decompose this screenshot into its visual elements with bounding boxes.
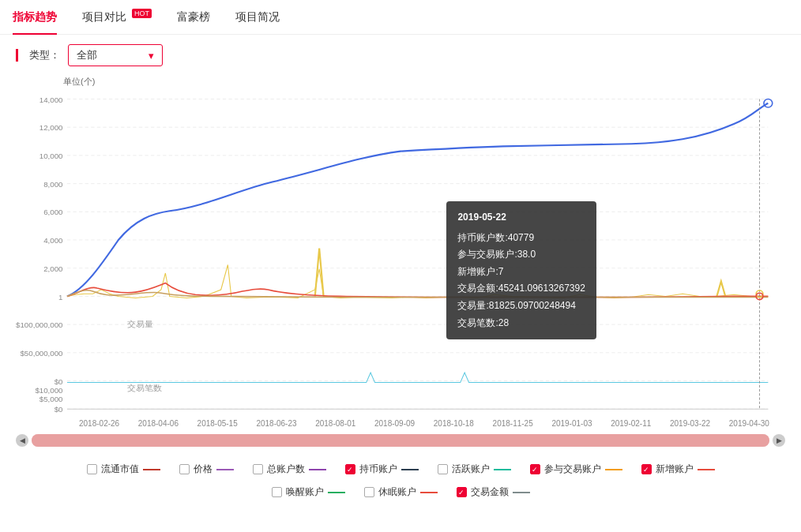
legend-line-tx-amount (513, 492, 530, 493)
chart-scrollbar: ◀ ▶ (0, 428, 801, 453)
legend-label-dormant: 休眠账户 (378, 485, 416, 499)
legend-label-total-accounts: 总账户数 (267, 463, 305, 476)
top-navigation: 指标趋势 项目对比 HOT 富豪榜 项目简况 (0, 0, 801, 35)
legend-item-trading[interactable]: 参与交易账户 (530, 463, 622, 476)
svg-text:14,000: 14,000 (39, 96, 63, 104)
legend-item-new[interactable]: 新增账户 (641, 463, 715, 476)
svg-text:2,000: 2,000 (43, 264, 62, 273)
legend-checkbox-tx-amount[interactable] (457, 487, 467, 497)
svg-text:1: 1 (58, 293, 62, 302)
svg-text:4,000: 4,000 (43, 236, 62, 245)
legend-item-market-cap[interactable]: 流通市值 (87, 463, 160, 476)
legend-checkbox-holding[interactable] (345, 464, 355, 474)
legend-area: 流通市值 价格 总账户数 持币账户 活跃账户 参与交易账户 新增账户 唤醒账户 (0, 453, 801, 508)
legend-line-holding (401, 469, 419, 470)
scroll-right-button[interactable]: ▶ (773, 434, 785, 447)
legend-item-dormant[interactable]: 休眠账户 (364, 485, 438, 499)
chart-area: 单位(个) 14,000 12,000 10,000 8,000 6,000 4… (0, 76, 801, 428)
nav-item-overview[interactable]: 项目简况 (235, 1, 280, 34)
legend-label-market-cap: 流通市值 (101, 463, 139, 476)
nav-item-richlist[interactable]: 富豪榜 (177, 1, 210, 34)
scrollbar-thumb[interactable] (32, 434, 769, 447)
svg-text:$100,000,000: $100,000,000 (16, 320, 62, 329)
legend-line-price (216, 469, 234, 470)
chevron-down-icon: ▾ (149, 50, 154, 62)
legend-label-wakeup: 唤醒账户 (286, 485, 324, 499)
legend-label-price: 价格 (194, 463, 212, 476)
hot-badge: HOT (132, 9, 152, 18)
legend-checkbox-price[interactable] (179, 464, 190, 474)
nav-item-trend[interactable]: 指标趋势 (13, 1, 57, 34)
legend-label-trading: 参与交易账户 (544, 463, 601, 476)
chart-wrapper: 14,000 12,000 10,000 8,000 6,000 4,000 2… (16, 91, 785, 422)
legend-line-active (494, 469, 511, 470)
y-axis-unit-label: 单位(个) (63, 76, 785, 88)
legend-item-holding[interactable]: 持币账户 (345, 463, 419, 476)
legend-line-trading (605, 469, 622, 470)
type-select-value: 全部 (77, 48, 97, 62)
legend-label-holding: 持币账户 (359, 463, 397, 476)
legend-checkbox-market-cap[interactable] (87, 464, 97, 474)
nav-item-compare[interactable]: 项目对比 HOT (82, 0, 152, 34)
filter-label: 类型： (29, 48, 60, 62)
legend-line-market-cap (143, 469, 160, 470)
scroll-left-button[interactable]: ◀ (16, 434, 28, 447)
legend-line-dormant (420, 492, 438, 493)
svg-text:12,000: 12,000 (39, 124, 63, 133)
legend-checkbox-active[interactable] (438, 464, 448, 474)
legend-label-new: 新增账户 (656, 463, 694, 476)
legend-item-active[interactable]: 活跃账户 (438, 463, 511, 476)
type-select-dropdown[interactable]: 全部 ▾ (68, 44, 163, 66)
svg-text:$5,000: $5,000 (39, 395, 63, 403)
legend-checkbox-total-accounts[interactable] (253, 464, 263, 474)
legend-item-price[interactable]: 价格 (179, 463, 234, 476)
legend-item-tx-amount[interactable]: 交易金额 (457, 485, 530, 499)
legend-checkbox-trading[interactable] (530, 464, 540, 474)
svg-point-26 (764, 99, 773, 108)
legend-label-active: 活跃账户 (452, 463, 490, 476)
legend-line-wakeup (328, 492, 345, 493)
svg-text:$50,000,000: $50,000,000 (20, 349, 62, 358)
svg-text:$0: $0 (55, 377, 63, 386)
svg-text:10,000: 10,000 (39, 152, 63, 160)
svg-text:8,000: 8,000 (43, 180, 62, 189)
legend-line-total-accounts (309, 469, 326, 470)
legend-checkbox-wakeup[interactable] (272, 487, 282, 497)
legend-item-wakeup[interactable]: 唤醒账户 (272, 485, 345, 499)
svg-text:交易笔数: 交易笔数 (127, 383, 163, 392)
svg-text:$0: $0 (55, 406, 63, 414)
main-chart-svg: 14,000 12,000 10,000 8,000 6,000 4,000 2… (16, 91, 785, 422)
legend-checkbox-new[interactable] (641, 464, 652, 474)
legend-label-tx-amount: 交易金额 (471, 485, 509, 499)
legend-item-total-accounts[interactable]: 总账户数 (253, 463, 326, 476)
scrollbar-track[interactable] (32, 434, 769, 447)
svg-text:$10,000: $10,000 (35, 386, 62, 395)
filter-row: 类型： 全部 ▾ (0, 35, 801, 76)
svg-text:交易量: 交易量 (127, 319, 153, 328)
svg-text:6,000: 6,000 (43, 208, 62, 217)
filter-bar-accent (16, 49, 18, 62)
legend-line-new (698, 469, 715, 470)
legend-checkbox-dormant[interactable] (364, 487, 374, 497)
